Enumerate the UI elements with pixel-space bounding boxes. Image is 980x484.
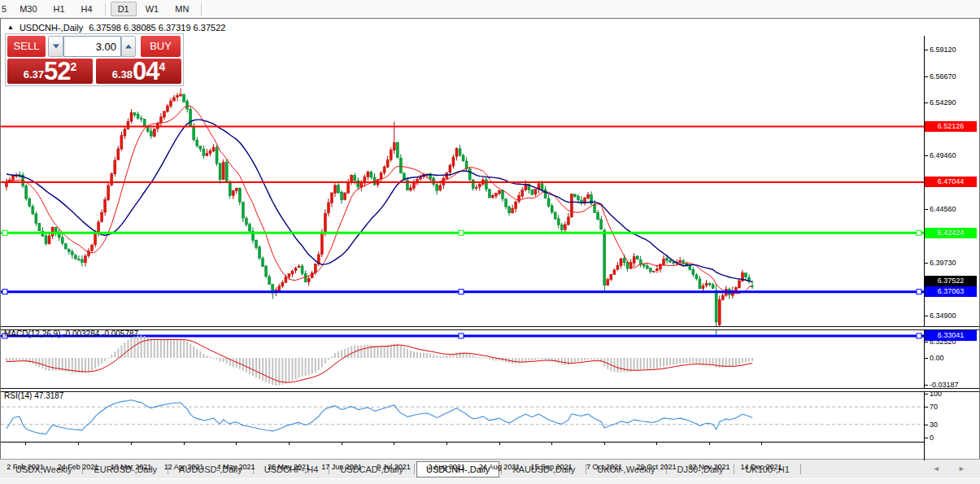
time-axis-label: 24 Feb 2021 bbox=[58, 463, 99, 471]
rsi-tick-mark bbox=[925, 425, 928, 425]
panel-splitter[interactable] bbox=[1, 388, 979, 392]
buy-price-sup: 4 bbox=[159, 59, 166, 73]
timeframe-button-5[interactable]: 5 bbox=[0, 2, 11, 16]
time-tick-mark bbox=[656, 443, 657, 445]
price-axis-line bbox=[924, 36, 925, 460]
time-axis-label: 9 Jul 2021 bbox=[377, 463, 411, 471]
price-tick-label: 6.56670 bbox=[930, 72, 956, 81]
buy-price-box[interactable]: 6.38 04 4 bbox=[96, 59, 181, 84]
price-level-label: 6.52126 bbox=[925, 121, 977, 132]
time-axis-label: 24 Aug 2021 bbox=[479, 463, 520, 471]
buy-button[interactable]: BUY bbox=[141, 36, 181, 57]
price-level-label: 6.47044 bbox=[925, 177, 977, 187]
rsi-tick-mark bbox=[925, 407, 928, 408]
time-tick-mark bbox=[446, 443, 447, 445]
price-tick-label: 6.54290 bbox=[930, 98, 956, 107]
time-tick-mark bbox=[604, 443, 605, 445]
price-tick-mark bbox=[925, 50, 928, 50]
price-tick-label: 6.59120 bbox=[930, 46, 956, 54]
volume-decrease-button[interactable] bbox=[48, 36, 63, 57]
time-axis-label: 14 Dec 2021 bbox=[740, 463, 782, 471]
chart-window[interactable]: ▲ USDCNH-,Daily 6.37598 6.38085 6.37319 … bbox=[0, 18, 980, 460]
rsi-tick-label: 30 bbox=[930, 421, 938, 429]
macd-indicator-label: MACD(12,26,9) -0.003284 -0.005787 bbox=[4, 329, 138, 338]
chart-symbol-title: USDCNH-,Daily bbox=[20, 23, 83, 33]
current-price-label: 6.37522 bbox=[925, 276, 977, 286]
time-axis-label: 26 May 2021 bbox=[268, 463, 310, 471]
macd-tick-mark bbox=[925, 385, 928, 386]
time-tick-mark bbox=[131, 443, 132, 445]
time-tick-mark bbox=[342, 443, 342, 445]
time-axis-label: 22 Nov 2021 bbox=[688, 463, 730, 471]
time-axis-line bbox=[1, 442, 924, 443]
time-tick-mark bbox=[394, 443, 394, 445]
timeframe-button-d1[interactable]: D1 bbox=[111, 2, 137, 16]
price-level-label: 6.33041 bbox=[925, 330, 977, 341]
tab-scroll-arrows[interactable]: ◄ ► bbox=[933, 464, 973, 473]
price-tick-mark bbox=[925, 102, 928, 103]
tab-separator bbox=[800, 464, 801, 474]
time-tick-mark bbox=[289, 443, 290, 445]
time-axis-label: 15 Sep 2021 bbox=[530, 463, 572, 471]
time-tick-mark bbox=[25, 443, 26, 445]
trading-terminal: 5M30H1H4D1W1MN ▲ USDCNH-,Daily 6.37598 6… bbox=[0, 0, 980, 484]
chevron-down-icon bbox=[53, 45, 59, 49]
buy-price-small: 6.38 bbox=[112, 68, 133, 84]
sell-price-small: 6.37 bbox=[24, 68, 44, 84]
time-axis-label: 29 Oct 2021 bbox=[636, 463, 676, 471]
toolbar-separator bbox=[105, 3, 106, 15]
price-tick-mark bbox=[925, 316, 928, 316]
chart-ohlc-values: 6.37598 6.38085 6.37319 6.37522 bbox=[89, 23, 225, 33]
price-tick-mark bbox=[925, 155, 928, 156]
price-tick-mark bbox=[925, 209, 928, 210]
price-tick-label: 6.44560 bbox=[930, 205, 956, 213]
time-axis-label: 7 Oct 2021 bbox=[586, 463, 622, 471]
chevron-up-icon bbox=[125, 45, 132, 49]
sell-button[interactable]: SELL bbox=[7, 36, 46, 57]
time-axis-label: 4 May 2021 bbox=[216, 463, 255, 471]
rsi-tick-mark bbox=[925, 438, 928, 438]
time-axis-label: 17 Jun 2021 bbox=[321, 463, 362, 471]
price-tick-mark bbox=[925, 76, 928, 77]
time-axis-label: 2 Aug 2021 bbox=[428, 463, 465, 471]
macd-tick-label: 0.00 bbox=[930, 354, 944, 362]
sell-price-box[interactable]: 6.37 52 2 bbox=[7, 59, 93, 84]
timeframe-button-h1[interactable]: H1 bbox=[46, 2, 72, 16]
buy-price-big: 04 bbox=[133, 59, 159, 84]
macd-panel-canvas[interactable] bbox=[1, 329, 924, 388]
time-axis-label: 18 Mar 2021 bbox=[111, 463, 152, 471]
time-tick-mark bbox=[78, 443, 79, 445]
toolbar-separator bbox=[201, 3, 202, 15]
rsi-tick-mark bbox=[925, 394, 928, 395]
price-level-label: 6.42424 bbox=[925, 228, 977, 238]
price-tick-label: 6.49460 bbox=[930, 151, 956, 159]
sell-price-sup: 2 bbox=[71, 59, 77, 73]
one-click-trade-panel: SELL BUY 6.37 52 2 6.38 04 4 bbox=[5, 33, 184, 86]
time-tick-mark bbox=[236, 443, 237, 445]
time-axis-label: 2 Feb 2021 bbox=[7, 463, 44, 471]
time-tick-mark bbox=[709, 443, 710, 445]
time-axis-label: 12 Apr 2021 bbox=[164, 463, 204, 471]
rsi-tick-label: 70 bbox=[930, 403, 938, 411]
time-tick-mark bbox=[499, 443, 500, 445]
panel-splitter[interactable] bbox=[1, 326, 979, 330]
volume-increase-button[interactable] bbox=[121, 36, 136, 57]
timeframe-button-h4[interactable]: H4 bbox=[74, 2, 100, 16]
volume-input[interactable] bbox=[63, 36, 121, 57]
time-tick-mark bbox=[551, 443, 552, 445]
price-tick-mark bbox=[925, 263, 928, 264]
timeframe-toolbar: 5M30H1H4D1W1MN bbox=[0, 0, 980, 19]
collapse-panel-icon[interactable]: ▲ bbox=[7, 24, 14, 32]
timeframe-button-mn[interactable]: MN bbox=[168, 2, 196, 16]
rsi-panel-canvas[interactable] bbox=[1, 390, 924, 441]
price-tick-label: 6.39730 bbox=[930, 259, 956, 267]
rsi-tick-label: 0 bbox=[930, 434, 934, 442]
timeframe-button-w1[interactable]: W1 bbox=[138, 2, 167, 16]
chart-header: ▲ USDCNH-,Daily 6.37598 6.38085 6.37319 … bbox=[7, 21, 225, 34]
tab-separator bbox=[734, 464, 734, 474]
price-tick-label: 6.34900 bbox=[930, 312, 956, 320]
price-level-label: 6.37063 bbox=[925, 286, 977, 297]
tab-separator bbox=[414, 464, 415, 474]
status-strip bbox=[0, 478, 980, 484]
timeframe-button-m30[interactable]: M30 bbox=[12, 2, 44, 16]
